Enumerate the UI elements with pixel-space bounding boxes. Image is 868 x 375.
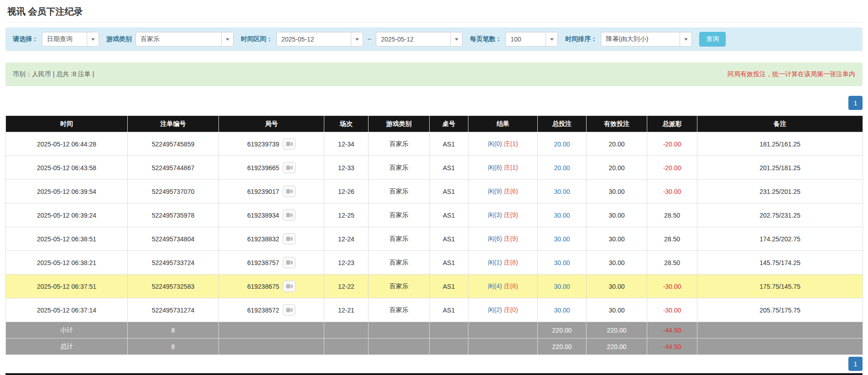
query-type-value: 日期查询 [42, 32, 87, 46]
video-replay-icon [286, 165, 293, 171]
page-1-button[interactable]: 1 [848, 96, 863, 110]
video-replay-icon [286, 236, 293, 242]
video-replay-button[interactable] [283, 162, 296, 173]
cell-bet-id: 522495745859 [128, 132, 219, 156]
table-row[interactable]: 2025-05-12 06:37:14 522495731274 6192385… [6, 298, 863, 322]
table-head: 时间 注单编号 局号 场次 游戏类别 桌号 结果 总投注 有效投注 总派彩 备注 [6, 116, 863, 132]
total-bet-link[interactable]: 30.00 [554, 307, 570, 314]
time-sort-value: 降幂(由大到小) [601, 32, 680, 46]
cell-payout: -30.00 [647, 298, 697, 322]
time-sort-select[interactable]: 降幂(由大到小) [601, 32, 692, 47]
table-row[interactable]: 2025-05-12 06:38:51 522495734804 6192388… [6, 227, 863, 251]
video-replay-button[interactable] [283, 304, 296, 316]
date-range-separator: ~ [367, 36, 372, 43]
table-row[interactable]: 2025-05-12 06:38:21 522495733724 6192387… [6, 251, 863, 275]
date-from-select[interactable]: 2025-05-12 [276, 32, 363, 47]
cell-bet-id: 522495737070 [128, 180, 219, 203]
result-banker: 庄(8) [504, 259, 518, 266]
currency-total-text: 币别：人民币 | 总共 :8 注单 | [13, 70, 94, 78]
summary-row: 小计 8 220.00 220.00 -44.50 [6, 322, 863, 339]
cell-game-category: 百家乐 [369, 180, 430, 203]
result-banker: 庄(9) [504, 211, 518, 219]
page-1-button-bottom[interactable]: 1 [848, 357, 863, 371]
cell-total-bet: 30.00 [538, 251, 587, 275]
chevron-down-icon [680, 32, 691, 46]
summary-empty-cell [430, 322, 468, 339]
chevron-down-icon [546, 32, 557, 46]
cell-session: 12-21 [324, 298, 369, 322]
summary-count: 8 [128, 322, 219, 339]
table-row[interactable]: 2025-05-12 06:44:28 522495745859 6192397… [6, 132, 863, 156]
result-banker: 庄(1) [504, 164, 518, 171]
table-row[interactable]: 2025-05-12 06:39:54 522495737070 6192390… [6, 180, 863, 203]
total-bet-link[interactable]: 20.00 [554, 164, 570, 172]
cell-bet-id: 522495731274 [128, 298, 219, 322]
summary-payout: -44.50 [647, 322, 697, 339]
round-id-text: 619238675 [247, 283, 279, 290]
summary-empty-cell [468, 322, 538, 339]
total-bet-link[interactable]: 30.00 [554, 188, 570, 195]
header-total-bet: 总投注 [538, 116, 587, 132]
total-bet-link[interactable]: 30.00 [554, 212, 570, 219]
table-row[interactable]: 2025-05-12 06:43:58 522495744867 6192396… [6, 156, 863, 180]
cell-round-id: 619239017 [219, 180, 324, 203]
payout-value: 28.50 [664, 212, 680, 219]
game-category-label: 游戏类别 [106, 35, 132, 43]
search-button[interactable]: 查询 [699, 32, 726, 47]
video-replay-button[interactable] [283, 138, 296, 150]
cell-valid-bet: 30.00 [587, 251, 647, 275]
cell-session: 12-22 [324, 275, 369, 298]
cell-valid-bet: 20.00 [587, 132, 647, 156]
summary-payout: -44.50 [647, 339, 697, 355]
time-range-label: 时间区间： [241, 35, 273, 43]
result-player: 闲(1) [488, 259, 502, 266]
total-bet-link[interactable]: 30.00 [554, 259, 570, 266]
video-replay-button[interactable] [283, 281, 296, 292]
header-bet-id: 注单编号 [128, 116, 219, 132]
video-replay-icon [286, 188, 293, 194]
query-type-label: 请选择： [13, 35, 38, 43]
table-row[interactable]: 2025-05-12 06:39:24 522495735978 6192389… [6, 203, 863, 227]
total-bet-link[interactable]: 20.00 [554, 141, 570, 148]
date-to-select[interactable]: 2025-05-12 [376, 32, 463, 47]
cell-game-category: 百家乐 [369, 227, 430, 251]
cell-total-bet: 30.00 [538, 180, 587, 203]
game-category-select[interactable]: 百家乐 [135, 32, 234, 47]
payout-value: 28.50 [664, 259, 680, 266]
cell-total-bet: 30.00 [538, 227, 587, 251]
result-banker: 庄(9) [504, 235, 518, 242]
chevron-down-icon [450, 32, 462, 46]
page-size-select[interactable]: 100 [505, 32, 558, 47]
total-bet-link[interactable]: 30.00 [554, 235, 570, 243]
video-replay-button[interactable] [283, 209, 296, 221]
cell-round-id: 619239739 [219, 132, 324, 156]
cell-session: 12-26 [324, 180, 369, 203]
cell-valid-bet: 30.00 [587, 180, 647, 203]
query-type-select[interactable]: 日期查询 [42, 32, 99, 47]
table-row[interactable]: 2025-05-12 06:37:51 522495732583 6192386… [6, 275, 863, 298]
summary-empty-cell [219, 322, 324, 339]
result-player: 闲(9) [488, 188, 502, 195]
total-bet-link[interactable]: 30.00 [554, 283, 570, 290]
cell-table-no: AS1 [430, 203, 468, 227]
cell-remark: 231.25/201.25 [697, 180, 863, 203]
cell-round-id: 619239665 [219, 156, 324, 180]
payout-value: -20.00 [663, 164, 681, 172]
cell-round-id: 619238572 [219, 298, 324, 322]
cell-total-bet: 30.00 [538, 203, 587, 227]
cell-session: 12-24 [324, 227, 369, 251]
summary-empty-cell [369, 322, 430, 339]
summary-empty-cell [219, 339, 324, 355]
header-remark: 备注 [697, 116, 863, 132]
cell-round-id: 619238757 [219, 251, 324, 275]
cell-table-no: AS1 [430, 156, 468, 180]
cell-result: 闲(2) 庄(0) [468, 298, 538, 322]
video-replay-button[interactable] [283, 257, 296, 268]
video-replay-button[interactable] [283, 233, 296, 245]
video-replay-button[interactable] [283, 186, 296, 197]
round-id-text: 619238757 [247, 259, 279, 266]
summary-count: 8 [128, 339, 219, 355]
bet-records-table: 时间 注单编号 局号 场次 游戏类别 桌号 结果 总投注 有效投注 总派彩 备注… [5, 115, 863, 355]
header-payout: 总派彩 [647, 116, 697, 132]
cell-result: 闲(9) 庄(6) [468, 180, 538, 203]
